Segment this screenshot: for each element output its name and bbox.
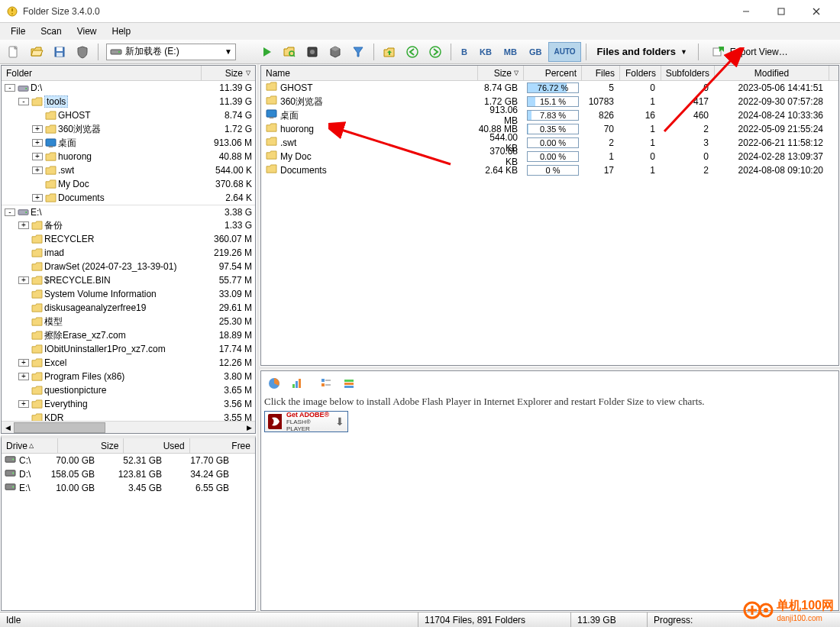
col-name[interactable]: Name — [261, 66, 478, 80]
list-row[interactable]: My Doc370.68 KB0.00 %1002024-02-28 13:09… — [261, 150, 838, 163]
tree-row[interactable]: +Documents2.64 K — [2, 191, 255, 205]
expander[interactable]: + — [32, 139, 43, 147]
tree-row[interactable]: +$RECYCLE.BIN55.77 M — [2, 273, 255, 287]
tree-col-folder[interactable]: Folder — [2, 66, 202, 80]
tree-row[interactable]: +GHOST8.74 G — [2, 108, 255, 122]
expander[interactable]: + — [32, 194, 43, 202]
drive-row[interactable]: C:\70.00 GB52.31 GB17.70 GB — [2, 454, 255, 467]
content-body[interactable]: GHOST8.74 GB76.72 %5002023-05-06 14:41:5… — [261, 81, 838, 365]
menu-scan[interactable]: Scan — [33, 24, 69, 38]
list-row[interactable]: 桌面913.06 MB7.83 %826164602024-08-24 10:3… — [261, 108, 838, 122]
expander[interactable]: + — [18, 221, 29, 229]
col-subfolders[interactable]: Subfolders — [661, 66, 715, 80]
expander[interactable]: + — [32, 153, 43, 160]
save-icon[interactable] — [49, 42, 70, 62]
list-row[interactable]: huorong40.88 MB0.35 %70122022-05-09 21:5… — [261, 122, 838, 136]
drive-col-used[interactable]: Used — [124, 438, 189, 453]
tree-row[interactable]: +huorong40.88 M — [2, 150, 255, 163]
tree-body[interactable]: -D:\11.39 G-tools11.39 G+GHOST8.74 G+360… — [2, 81, 255, 421]
list-row[interactable]: 360浏览器1.72 GB15.1 %1078314172022-09-30 0… — [261, 95, 838, 108]
expander[interactable]: + — [32, 125, 43, 133]
cube-icon[interactable] — [325, 42, 346, 62]
play-icon[interactable] — [256, 42, 277, 62]
tree-row[interactable]: +360浏览器1.72 G — [2, 122, 255, 136]
tree-row[interactable]: +questionpicture3.65 M — [2, 383, 255, 397]
pie-chart-icon[interactable] — [264, 374, 284, 393]
tree-row[interactable]: -E:\3.38 G — [2, 205, 255, 218]
drive-col-free[interactable]: Free — [190, 438, 255, 453]
horizontal-splitter[interactable] — [260, 367, 840, 370]
expander[interactable]: - — [5, 208, 15, 216]
unit-b[interactable]: B — [456, 42, 473, 62]
expander[interactable]: + — [32, 166, 43, 174]
minimize-button[interactable] — [729, 0, 764, 23]
tree-row[interactable]: +.swt544.00 K — [2, 163, 255, 177]
legend-icon[interactable] — [316, 374, 336, 393]
tree-row[interactable]: +DrawSet (2024-07-23_13-39-01)97.54 M — [2, 260, 255, 273]
expander[interactable]: + — [18, 400, 29, 408]
col-folders[interactable]: Folders — [620, 66, 661, 80]
expander[interactable]: - — [18, 98, 29, 105]
tree-row[interactable]: +KDR3.55 M — [2, 411, 255, 421]
tree-row[interactable]: +Everything3.56 M — [2, 397, 255, 411]
flash-install-badge[interactable]: Get ADOBE®FLASH® PLAYER ⬇ — [264, 411, 348, 432]
tree-row[interactable]: +Program Files (x86)3.80 M — [2, 370, 255, 383]
drive-body[interactable]: C:\70.00 GB52.31 GB17.70 GBD:\158.05 GB1… — [2, 454, 255, 610]
options-icon[interactable] — [339, 374, 359, 393]
svg-rect-44 — [344, 386, 354, 388]
unit-kb[interactable]: KB — [474, 42, 497, 62]
list-row[interactable]: Documents2.64 KB0 %17122024-08-08 09:10:… — [261, 163, 838, 177]
svg-point-18 — [430, 47, 441, 57]
maximize-button[interactable] — [764, 0, 799, 23]
disk-icon[interactable] — [302, 42, 323, 62]
open-folder-icon[interactable] — [26, 42, 47, 62]
menu-view[interactable]: View — [69, 24, 105, 38]
tree-row[interactable]: +RECYCLER360.07 M — [2, 232, 255, 246]
tree-col-size[interactable]: Size▽ — [202, 66, 255, 80]
tree-row[interactable]: +IObitUninstaller1Pro_xz7.com17.74 M — [2, 342, 255, 356]
list-row[interactable]: GHOST8.74 GB76.72 %5002023-05-06 14:41:5… — [261, 81, 838, 95]
unit-gb[interactable]: GB — [524, 42, 548, 62]
tree-row[interactable]: +imad219.26 M — [2, 246, 255, 260]
tree-row[interactable]: +My Doc370.68 K — [2, 177, 255, 191]
expander[interactable]: + — [18, 276, 29, 284]
tree-row[interactable]: -tools11.39 G — [2, 95, 255, 108]
menu-help[interactable]: Help — [105, 24, 139, 38]
up-folder-icon[interactable] — [379, 42, 400, 62]
tree-row[interactable]: +擦除Erase_xz7.com18.89 M — [2, 328, 255, 342]
col-files[interactable]: Files — [582, 66, 620, 80]
tree-row[interactable]: +System Volume Information33.09 M — [2, 287, 255, 301]
tree-row[interactable]: +Excel12.26 M — [2, 356, 255, 370]
tree-row[interactable]: +备份1.33 G — [2, 218, 255, 232]
expander[interactable]: + — [18, 359, 29, 367]
export-view-button[interactable]: Export View… — [703, 42, 796, 62]
col-percent[interactable]: Percent — [524, 66, 582, 80]
drive-selector[interactable]: 新加载卷 (E:) ▼ — [106, 44, 236, 60]
scan-folder-icon[interactable] — [279, 42, 300, 62]
expander[interactable]: + — [18, 373, 29, 380]
new-icon[interactable] — [3, 42, 24, 62]
tree-row[interactable]: +diskusageanalyzerfree1929.61 M — [2, 301, 255, 315]
drive-col-size[interactable]: Size — [58, 438, 124, 453]
drive-col-name[interactable]: Drive △ — [2, 438, 58, 453]
close-button[interactable] — [799, 0, 834, 23]
list-row[interactable]: .swt544.00 KB0.00 %2132022-06-21 11:58:1… — [261, 136, 838, 150]
tree-row[interactable]: +模型25.30 M — [2, 315, 255, 328]
drive-row[interactable]: E:\10.00 GB3.45 GB6.55 GB — [2, 481, 255, 495]
expander[interactable]: - — [5, 84, 15, 92]
back-icon[interactable] — [402, 42, 423, 62]
shield-icon[interactable] — [72, 42, 93, 62]
bar-chart-icon[interactable] — [287, 374, 307, 393]
col-modified[interactable]: Modified — [715, 66, 829, 80]
tree-row[interactable]: -D:\11.39 G — [2, 81, 255, 95]
drive-row[interactable]: D:\158.05 GB123.81 GB34.24 GB — [2, 467, 255, 481]
menu-file[interactable]: File — [3, 24, 33, 38]
tree-hscrollbar[interactable]: ◀▶ — [2, 421, 255, 433]
unit-mb[interactable]: MB — [499, 42, 522, 62]
col-size[interactable]: Size▽ — [478, 66, 524, 80]
forward-icon[interactable] — [425, 42, 446, 62]
tree-row[interactable]: +桌面913.06 M — [2, 136, 255, 150]
funnel-icon[interactable] — [347, 42, 369, 62]
unit-auto[interactable]: AUTO — [548, 42, 580, 62]
filter-dropdown[interactable]: Files and folders▼ — [591, 42, 693, 62]
